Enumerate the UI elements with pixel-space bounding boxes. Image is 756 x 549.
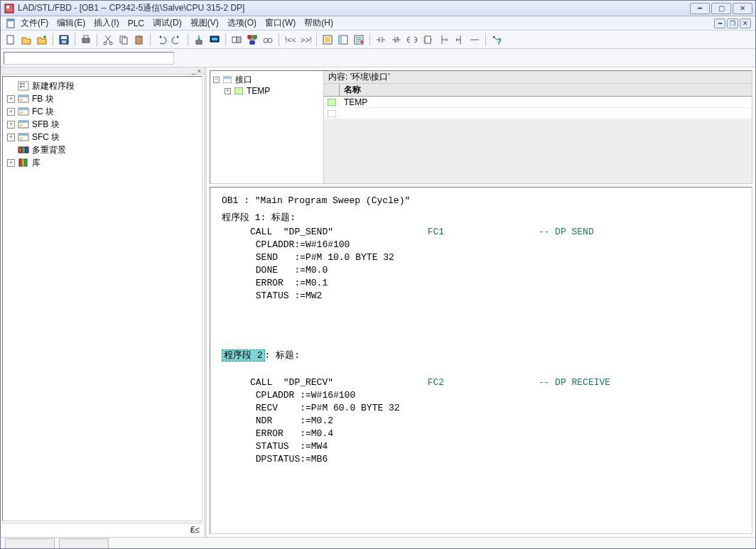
segment-2-code[interactable]: CALL "DP_RECV" FC2 -- DP RECEIVE CPLADDR…	[222, 376, 740, 466]
network-button[interactable]	[245, 33, 259, 47]
segment-1-code[interactable]: CALL "DP_SEND" FC1 -- DP SEND CPLADDR:=W…	[222, 226, 740, 303]
view-lad-button[interactable]	[320, 33, 335, 47]
svg-rect-46	[18, 108, 28, 110]
download-button[interactable]	[192, 33, 206, 47]
maximize-button[interactable]: ▢	[711, 3, 731, 14]
tree-item[interactable]: 新建程序段	[4, 80, 200, 92]
segment-1-title[interactable]: 程序段 1: 标题:	[222, 212, 740, 224]
svg-rect-10	[84, 36, 88, 38]
branch-open-icon[interactable]	[436, 33, 450, 47]
connection-icon[interactable]	[468, 33, 482, 47]
tree-item[interactable]: +FB 块	[4, 92, 200, 105]
toolbar-address	[1, 49, 755, 67]
right-pane: −接口 +TEMP 内容: '环境\接口' 名称 TEMP	[207, 67, 755, 537]
tree-item[interactable]: +库	[4, 156, 200, 169]
menu-edit[interactable]: 编辑(E)	[57, 17, 85, 29]
interface-grid: 内容: '环境\接口' 名称 TEMP	[324, 71, 752, 183]
minimize-button[interactable]: ━	[690, 3, 710, 14]
monitor-button[interactable]	[207, 33, 222, 47]
mdi-minimize[interactable]: ━	[714, 18, 725, 28]
expand-icon[interactable]: +	[7, 121, 15, 129]
glasses-icon[interactable]	[261, 33, 275, 47]
svg-rect-14	[122, 38, 127, 44]
status-tab-2[interactable]	[59, 538, 109, 548]
doc-icon[interactable]	[5, 18, 16, 29]
interface-temp: TEMP	[247, 86, 270, 96]
toolbar-main: !<< >>! ?	[1, 31, 755, 49]
expand-icon[interactable]: +	[7, 134, 15, 141]
mdi-close[interactable]: ✕	[740, 18, 751, 28]
grid-row-temp[interactable]: TEMP	[340, 97, 752, 107]
contact-closed-icon[interactable]	[389, 33, 404, 47]
svg-rect-59	[25, 159, 27, 166]
svg-rect-41	[23, 86, 25, 87]
multi-icon	[18, 145, 29, 155]
mdi-restore[interactable]: ❐	[727, 18, 738, 28]
left-pane-header[interactable]: ⎯ ×	[1, 67, 204, 75]
interface-panel: −接口 +TEMP 内容: '环境\接口' 名称 TEMP	[210, 70, 752, 184]
status-tab-1[interactable]	[5, 538, 55, 548]
toggle-button-1[interactable]	[230, 33, 244, 47]
svg-rect-44	[20, 99, 23, 101]
svg-rect-30	[325, 37, 330, 43]
tree-item[interactable]: +FC 块	[4, 105, 200, 118]
contact-open-icon[interactable]	[374, 33, 388, 47]
menu-insert[interactable]: 插入(I)	[94, 17, 119, 29]
code-editor[interactable]: OB1 : "Main Program Sweep (Cycle)" 程序段 1…	[210, 187, 752, 534]
branch-close-icon[interactable]	[452, 33, 466, 47]
expand-icon[interactable]: +	[7, 159, 15, 167]
row-empty-icon	[324, 110, 340, 117]
cut-button[interactable]	[101, 33, 115, 47]
left-pane: ⎯ × 新建程序段+FB 块+FC 块+SFB 块+SFC 块多重背景+库 ₤≤	[1, 67, 207, 537]
goto-prev-button[interactable]: !<<	[283, 33, 297, 47]
menu-plc[interactable]: PLC	[128, 18, 144, 28]
open-button[interactable]	[19, 33, 33, 47]
tree-item[interactable]: +SFB 块	[4, 118, 200, 131]
svg-rect-54	[18, 147, 22, 153]
menu-debug[interactable]: 调试(D)	[153, 17, 182, 29]
address-field[interactable]	[4, 52, 174, 65]
close-button[interactable]: ✕	[733, 3, 752, 14]
tree-footer[interactable]: ₤≤	[2, 523, 202, 536]
undo-button[interactable]	[154, 33, 168, 47]
menu-file[interactable]: 文件(F)	[21, 17, 48, 29]
grid-body[interactable]: TEMP	[324, 97, 752, 183]
view-fbd-button[interactable]	[336, 33, 350, 47]
expand-icon[interactable]: +	[7, 108, 15, 116]
menu-help[interactable]: 帮助(H)	[304, 17, 333, 29]
svg-point-25	[264, 38, 268, 43]
view-stl-button[interactable]	[352, 33, 366, 47]
expand-icon[interactable]: +	[7, 95, 15, 103]
open-online-button[interactable]	[35, 33, 49, 47]
interface-tree[interactable]: −接口 +TEMP	[210, 71, 324, 183]
titlebar: LAD/STL/FBD - [OB1 -- CP342-5通信\Salve\CP…	[1, 1, 755, 16]
app-icon	[4, 3, 15, 14]
new-button[interactable]	[4, 33, 18, 47]
expand-icon[interactable]: +	[225, 88, 231, 94]
menu-view[interactable]: 视图(V)	[190, 17, 219, 29]
new-icon	[18, 81, 29, 91]
coil-icon[interactable]	[405, 33, 419, 47]
svg-rect-64	[328, 110, 336, 117]
segment-2-title[interactable]: 程序段 2: 标题:	[222, 349, 740, 362]
copy-button[interactable]	[117, 33, 131, 47]
interface-icon	[222, 75, 232, 84]
svg-rect-7	[61, 36, 67, 39]
menu-options[interactable]: 选项(O)	[227, 17, 256, 29]
box-icon[interactable]	[421, 33, 435, 47]
svg-rect-21	[237, 37, 241, 43]
print-button[interactable]	[79, 33, 93, 47]
collapse-icon[interactable]: −	[213, 77, 220, 83]
svg-rect-19	[212, 38, 217, 40]
tree-item[interactable]: +SFC 块	[4, 131, 200, 143]
help-button[interactable]: ?	[490, 33, 504, 47]
redo-button[interactable]	[170, 33, 184, 47]
paste-button[interactable]	[132, 33, 146, 47]
blk-icon	[18, 132, 29, 142]
svg-rect-43	[18, 95, 28, 97]
menu-window[interactable]: 窗口(W)	[265, 17, 296, 29]
goto-next-button[interactable]: >>!	[298, 33, 313, 47]
tree-item[interactable]: 多重背景	[4, 143, 200, 156]
save-button[interactable]	[57, 33, 71, 47]
program-tree[interactable]: 新建程序段+FB 块+FC 块+SFB 块+SFC 块多重背景+库	[2, 76, 202, 521]
